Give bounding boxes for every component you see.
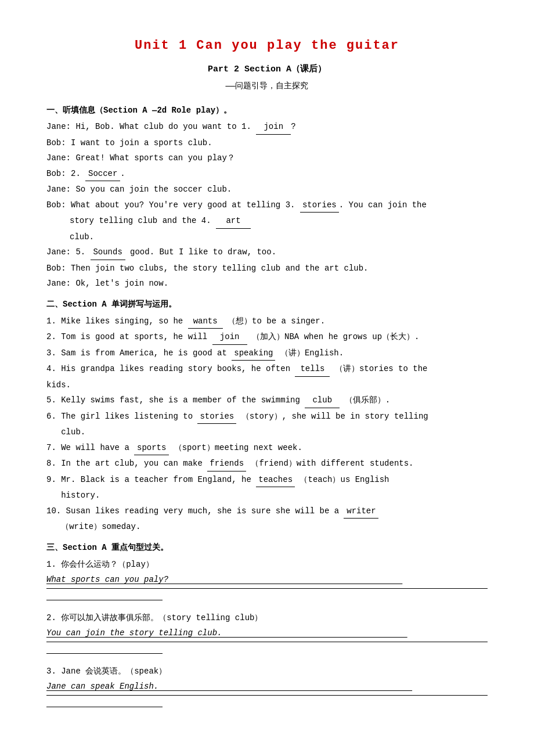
s2-item5: 5. Kelly swims fast, she is a member of … xyxy=(46,393,488,408)
line-bob3: Bob: What about you? You're very good at… xyxy=(46,198,488,213)
line-jane3: Jane: So you can join the soccer club. xyxy=(46,182,488,197)
s3-item3: 3. Jane 会说英语。（speak） Jane can speak Engl… xyxy=(46,664,488,707)
section1-header: 一、听填信息（Section A —2d Role play）。 xyxy=(46,104,488,118)
subtitle: Part 2 Section A（课后） xyxy=(46,62,488,77)
s2-item1: 1. Mike likes singing, so he wants （想）to… xyxy=(46,314,488,329)
section2-header: 二、Section A 单词拼写与运用。 xyxy=(46,298,488,312)
s2-item6b: club. xyxy=(46,425,488,440)
section3-header: 三、Section A 重点句型过关。 xyxy=(46,541,488,555)
s3-item1-answer: What sports can you paly? xyxy=(46,573,488,587)
s2-item10: 10. Susan likes reading very much, she i… xyxy=(46,504,488,519)
s2-item9b: history. xyxy=(46,488,488,503)
line-bob2: Bob: 2. Soccer. xyxy=(46,167,488,182)
line-jane4: Jane: 5. Sounds good. But I like to draw… xyxy=(46,245,488,260)
subtitle2: ——问题引导，自主探究 xyxy=(46,80,488,93)
line-bob3b: story telling club and the 4. art xyxy=(70,214,488,229)
page-title: Unit 1 Can you play the guitar xyxy=(46,35,488,56)
s2-item6: 6. The girl likes listening to stories （… xyxy=(46,409,488,424)
section3-content: 1. 你会什么运动？（play） What sports can you pal… xyxy=(46,557,488,707)
s2-item9: 9. Mr. Black is a teacher from England, … xyxy=(46,473,488,488)
section2-content: 1. Mike likes singing, so he wants （想）to… xyxy=(46,314,488,534)
s3-item1: 1. 你会什么运动？（play） What sports can you pal… xyxy=(46,557,488,600)
line-jane5: Jane: Ok, let's join now. xyxy=(46,276,488,291)
s3-item2-question: 2. 你可以加入讲故事俱乐部。（story telling club） xyxy=(46,611,488,625)
s3-item3-question: 3. Jane 会说英语。（speak） xyxy=(46,664,488,679)
s2-item10b: （write）someday. xyxy=(46,520,488,534)
s3-item2-answer: You can join the story telling club. xyxy=(46,626,488,640)
line-bob4: Bob: Then join two clubs, the story tell… xyxy=(46,261,488,276)
s2-item7: 7. We will have a sports （sport）meeting … xyxy=(46,441,488,456)
s2-item4b: kids. xyxy=(46,378,488,393)
s3-item3-answer: Jane can speak English. xyxy=(46,679,488,694)
line-bob3c: club. xyxy=(70,230,488,244)
line-jane2: Jane: Great! What sports can you play？ xyxy=(46,151,488,165)
section1-content: Jane: Hi, Bob. What club do you want to … xyxy=(46,120,488,291)
s3-item2: 2. 你可以加入讲故事俱乐部。（story telling club） You … xyxy=(46,611,488,654)
s2-item3: 3. Sam is from America, he is good at sp… xyxy=(46,346,488,361)
s2-item2: 2. Tom is good at sports, he will join （… xyxy=(46,330,488,345)
s3-item1-question: 1. 你会什么运动？（play） xyxy=(46,557,488,572)
line-bob1: Bob: I want to join a sports club. xyxy=(46,136,488,150)
s2-item4: 4. His grandpa likes reading story books… xyxy=(46,362,488,377)
line-jane1: Jane: Hi, Bob. What club do you want to … xyxy=(46,120,488,135)
s2-item8: 8. In the art club, you can make friends… xyxy=(46,456,488,471)
